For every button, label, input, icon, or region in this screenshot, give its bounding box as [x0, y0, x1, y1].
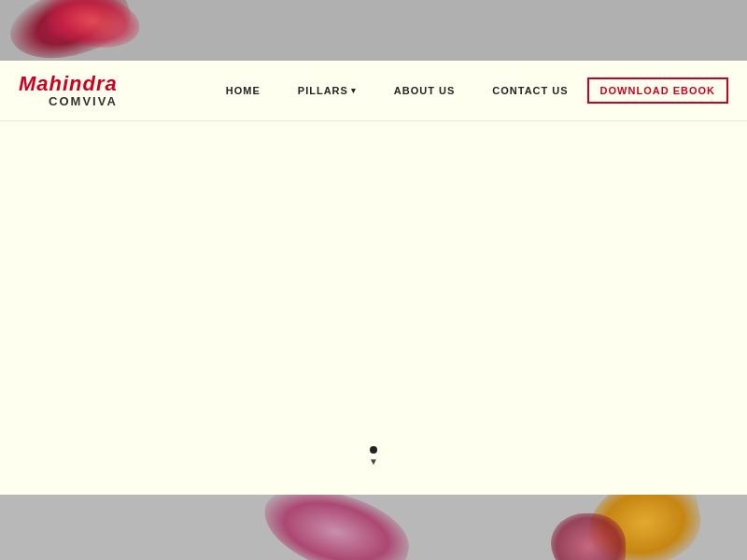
nav-contact-us[interactable]: CONTACT US [492, 85, 568, 96]
nav-pillars[interactable]: PILLARS ▾ [298, 85, 357, 96]
nav-about-us[interactable]: ABOUT US [394, 85, 455, 96]
navbar: Mahindra COMVIVA HOME PILLARS ▾ ABOUT US… [0, 61, 747, 121]
logo: Mahindra COMVIVA [19, 74, 118, 107]
page-wrapper: Mahindra COMVIVA HOME PILLARS ▾ ABOUT US… [0, 0, 747, 560]
logo-mahindra: Mahindra [19, 74, 118, 94]
bottom-blob-3 [551, 513, 626, 560]
nav-home[interactable]: HOME [226, 85, 261, 96]
main-content: ▼ [0, 121, 747, 495]
top-decorative-bar [0, 0, 747, 61]
bottom-decorative-bar [0, 495, 747, 560]
nav-links: HOME PILLARS ▾ ABOUT US CONTACT US [226, 85, 569, 96]
logo-comviva: COMVIVA [49, 95, 118, 107]
bottom-blob-1 [254, 495, 417, 560]
scroll-down-arrow[interactable]: ▼ [369, 457, 378, 467]
download-ebook-button[interactable]: DOWNLOAD EBOOK [587, 77, 728, 104]
chevron-down-icon: ▾ [351, 86, 357, 95]
slide-dot[interactable] [370, 446, 377, 454]
slide-indicators: ▼ [369, 446, 378, 467]
